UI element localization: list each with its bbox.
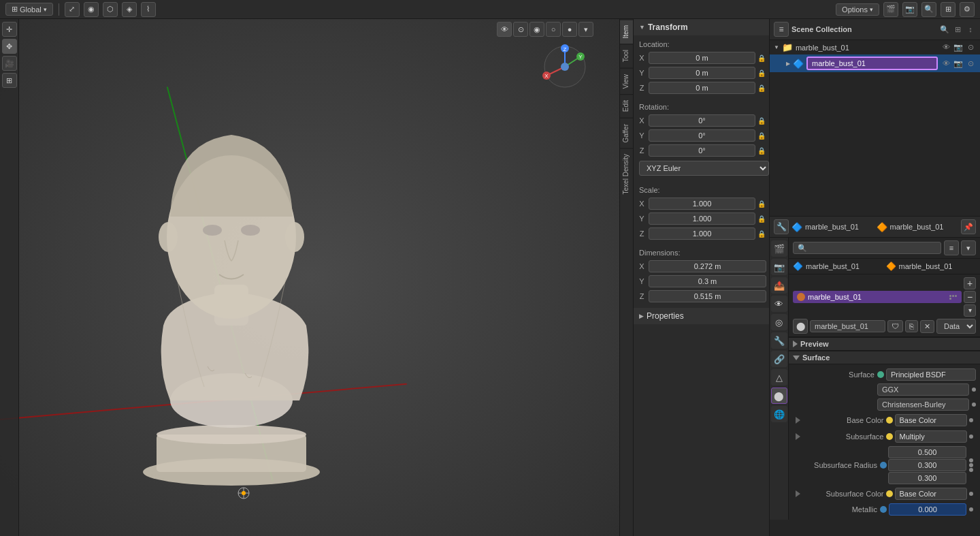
pivot-btn[interactable]: ◈ xyxy=(122,2,137,17)
grid-tool[interactable]: ⊞ xyxy=(2,73,17,88)
outliner-editor-type[interactable]: ≡ xyxy=(774,22,789,37)
subsurface-color-value[interactable]: Base Color xyxy=(895,488,968,500)
scale-y-field[interactable]: 1.000 xyxy=(649,212,755,225)
material-data-select[interactable]: Data xyxy=(936,319,976,334)
outliner-item-object[interactable]: ▶ 🔷 marble_bust_01 👁 📷 ⊙ xyxy=(770,54,980,72)
scale-y-lock[interactable]: 🔒 xyxy=(757,214,766,223)
search-icon[interactable]: 🔍 xyxy=(921,2,936,17)
outliner-sort-icon[interactable]: ↕ xyxy=(965,25,976,34)
rotation-y-lock[interactable]: 🔒 xyxy=(757,131,766,140)
outliner-item-collection[interactable]: ▼ 📁 marble_bust_01 👁 📷 ⊙ xyxy=(770,40,980,54)
location-y-lock[interactable]: 🔒 xyxy=(757,68,766,78)
editor-type-btn[interactable]: ⊞ Global ▾ xyxy=(5,3,53,16)
collection-filter-icon[interactable]: ⊙ xyxy=(965,43,976,52)
christensen-select[interactable]: Christensen-Burley xyxy=(877,398,969,411)
props-tab-view[interactable]: 👁 xyxy=(771,296,787,312)
props-tab-scene[interactable]: 🎬 xyxy=(771,240,787,257)
properties-collapsible-header[interactable]: ▶ Properties xyxy=(634,308,769,324)
props-tab-objectdata[interactable]: △ xyxy=(771,369,787,385)
rotation-y-field[interactable]: 0° xyxy=(649,129,755,142)
rotation-mode-select[interactable]: XYZ Euler xyxy=(639,161,769,176)
props-search-input[interactable] xyxy=(793,242,941,254)
location-x-field[interactable]: 0 m xyxy=(649,52,755,64)
object-camera-icon[interactable]: 📷 xyxy=(953,59,964,68)
side-tab-item[interactable]: Item xyxy=(620,19,633,44)
side-tab-tool[interactable]: Tool xyxy=(620,44,633,67)
object-eye-icon[interactable]: 👁 xyxy=(941,59,951,68)
material-remove-slot-btn[interactable]: − xyxy=(964,291,976,303)
ggx-select[interactable]: GGX xyxy=(877,383,969,396)
props-tab-output[interactable]: 📤 xyxy=(771,277,787,294)
surface-section-header[interactable]: Surface xyxy=(789,351,980,364)
collection-camera-icon[interactable]: 📷 xyxy=(953,43,964,52)
metallic-value[interactable]: 0.000 xyxy=(889,503,966,516)
material-move-slot-btn[interactable]: ▾ xyxy=(964,304,976,317)
curve-btn[interactable]: ⌇ xyxy=(141,2,156,17)
move-tool[interactable]: ✥ xyxy=(2,39,17,54)
props-list-icon[interactable]: ≡ xyxy=(944,240,959,255)
collection-eye-icon[interactable]: 👁 xyxy=(941,43,951,52)
material-add-slot-btn[interactable]: + xyxy=(964,277,976,289)
subsurface-radius-y[interactable]: 0.300 xyxy=(888,459,966,471)
camera-tool[interactable]: 🎥 xyxy=(2,56,17,71)
props-tab-render[interactable]: 📷 xyxy=(771,259,787,275)
cursor-tool[interactable]: ✛ xyxy=(2,22,17,37)
viewport-material-btn[interactable]: ○ xyxy=(546,22,561,37)
material-shield-btn[interactable]: 🛡 xyxy=(887,320,903,332)
viewport-camera-btn[interactable]: ⊙ xyxy=(513,22,528,37)
material-delete-btn[interactable]: ✕ xyxy=(920,320,934,333)
props-tab-constraints[interactable]: 🔗 xyxy=(771,351,787,367)
viewport[interactable]: Z Y X 👁 ⊙ ◉ ○ ● xyxy=(0,19,619,536)
side-tab-gaffer[interactable]: Gaffer xyxy=(620,118,633,148)
object-name-highlight[interactable]: marble_bust_01 xyxy=(806,57,938,70)
material-type-btn[interactable]: ⬤ xyxy=(793,319,808,334)
scale-z-field[interactable]: 1.000 xyxy=(649,227,755,240)
viewport-shading-btn[interactable]: 👁 xyxy=(497,22,512,37)
rotation-x-field[interactable]: 0° xyxy=(649,114,755,127)
navigation-gizmo[interactable]: Z Y X xyxy=(541,43,589,93)
dimensions-x-field[interactable]: 0.272 m xyxy=(649,260,766,272)
props-tab-object[interactable]: ◎ xyxy=(771,314,787,330)
object-filter-icon[interactable]: ⊙ xyxy=(965,59,976,68)
transform-header[interactable]: ▼ Transform xyxy=(634,19,769,35)
side-tab-view[interactable]: View xyxy=(620,68,633,95)
props-pin-icon[interactable]: 📌 xyxy=(961,219,976,234)
side-tab-edit[interactable]: Edit xyxy=(620,94,633,117)
subsurface-value[interactable]: Multiply xyxy=(895,430,968,443)
props-editor-type[interactable]: 🔧 xyxy=(774,219,789,234)
proportional-btn[interactable]: ⬡ xyxy=(103,2,118,17)
base-color-value[interactable]: Base Color xyxy=(895,414,968,426)
surface-shader-name[interactable]: Principled BSDF xyxy=(886,368,976,381)
location-z-field[interactable]: 0 m xyxy=(649,82,755,94)
filter-icon[interactable]: ⊞ xyxy=(941,2,956,17)
dimensions-y-field[interactable]: 0.3 m xyxy=(649,275,766,287)
material-slot-item[interactable]: marble_bust_01 xyxy=(793,291,962,303)
rotation-x-lock[interactable]: 🔒 xyxy=(757,116,766,125)
scene-icon[interactable]: 🎬 xyxy=(883,2,898,17)
subsurface-radius-x[interactable]: 0.500 xyxy=(888,446,966,458)
viewport-rendered-btn[interactable]: ● xyxy=(562,22,577,37)
props-tab-modifier[interactable]: 🔧 xyxy=(771,332,787,349)
material-name-display[interactable]: marble_bust_01 xyxy=(810,320,885,332)
props-tab-world[interactable]: 🌐 xyxy=(771,406,787,422)
preview-section-header[interactable]: Preview xyxy=(789,337,980,351)
transform-tool-btn[interactable]: ⤢ xyxy=(65,2,80,17)
scale-x-field[interactable]: 1.000 xyxy=(649,198,755,210)
viewport-extra-btn[interactable]: ▾ xyxy=(578,22,593,37)
location-z-lock[interactable]: 🔒 xyxy=(757,83,766,93)
location-y-field[interactable]: 0 m xyxy=(649,67,755,79)
dimensions-z-field[interactable]: 0.515 m xyxy=(649,290,766,302)
settings-icon[interactable]: ⚙ xyxy=(960,2,975,17)
snap-btn[interactable]: ◉ xyxy=(84,2,99,17)
side-tab-texel[interactable]: Texel Density xyxy=(620,148,633,200)
render-icon[interactable]: 📷 xyxy=(902,2,917,17)
location-x-lock[interactable]: 🔒 xyxy=(757,53,766,63)
options-btn[interactable]: Options ▾ xyxy=(836,3,879,16)
scale-x-lock[interactable]: 🔒 xyxy=(757,199,766,208)
props-expand-icon[interactable]: ▾ xyxy=(961,240,976,255)
rotation-z-field[interactable]: 0° xyxy=(649,144,755,157)
props-tab-material[interactable]: ⬤ xyxy=(771,388,787,404)
subsurface-radius-z[interactable]: 0.300 xyxy=(888,472,966,484)
outliner-filter-icon[interactable]: ⊞ xyxy=(952,25,963,34)
viewport-render-btn[interactable]: ◉ xyxy=(529,22,544,37)
